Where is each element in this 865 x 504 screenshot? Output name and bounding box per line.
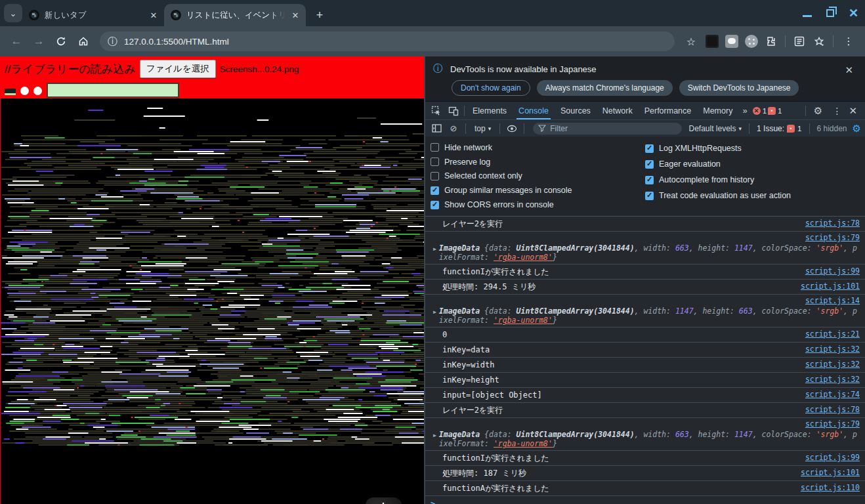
object-preview-token: ImageData bbox=[439, 243, 484, 253]
expand-caret-icon[interactable]: ▶ bbox=[433, 430, 436, 448]
expand-caret-icon[interactable]: ▶ bbox=[433, 306, 436, 325]
devtools-tab-console[interactable]: Console bbox=[513, 102, 555, 119]
device-toolbar-button[interactable] bbox=[445, 104, 462, 117]
browser-tab[interactable]: リストに従い、イベントリス✕ bbox=[164, 4, 306, 26]
glitch-canvas[interactable] bbox=[1, 98, 425, 446]
settings-checkbox-row[interactable]: Selected context only bbox=[431, 169, 645, 184]
extension-blackbox[interactable] bbox=[704, 33, 721, 50]
url-bar[interactable]: ⓘ 127.0.0.1:5500/HTML.html bbox=[100, 32, 675, 51]
progress-input-box[interactable] bbox=[47, 83, 179, 98]
settings-checkbox-row[interactable]: Treat code evaluation as user action bbox=[645, 188, 860, 203]
restore-icon[interactable] bbox=[826, 9, 834, 17]
source-link[interactable]: script.js:79 bbox=[805, 419, 860, 429]
radio-button-1[interactable] bbox=[20, 87, 29, 95]
devtools-menu-button[interactable]: ⋮ bbox=[828, 106, 846, 116]
reading-list-button[interactable] bbox=[791, 33, 808, 50]
settings-checkbox-row[interactable]: Group similar messages in console bbox=[431, 183, 645, 198]
settings-checkbox-row[interactable]: Log XMLHttpRequests bbox=[645, 140, 860, 156]
devtools-settings-button[interactable]: ⚙ bbox=[809, 104, 826, 117]
inspect-element-button[interactable] bbox=[428, 104, 445, 117]
notification-button[interactable]: Always match Chrome's language bbox=[537, 80, 673, 96]
checkbox-unchecked-icon[interactable] bbox=[431, 143, 439, 152]
source-link[interactable]: script.js:78 bbox=[805, 219, 860, 228]
bookmarks-sparkle-button[interactable] bbox=[811, 33, 828, 50]
source-link[interactable]: script.js:74 bbox=[805, 390, 860, 399]
object-preview-token: , colorSpace: bbox=[753, 430, 816, 439]
clear-console-button[interactable]: ⊘ bbox=[446, 123, 461, 135]
checkbox-checked-icon[interactable] bbox=[645, 192, 654, 200]
settings-checkbox-row[interactable]: Autocomplete from history bbox=[645, 172, 860, 188]
browser-menu-button[interactable]: ⋮ bbox=[839, 32, 858, 51]
checkbox-unchecked-icon[interactable] bbox=[431, 172, 439, 180]
console-prompt[interactable]: > bbox=[425, 496, 865, 504]
url-text[interactable]: 127.0.0.1:5500/HTML.html bbox=[124, 37, 229, 47]
expand-caret-icon[interactable]: ▶ bbox=[433, 243, 436, 262]
radio-button-2[interactable] bbox=[33, 87, 42, 95]
browser-toolbar: ← → ⓘ 127.0.0.1:5500/HTML.html ☆ ⋮ bbox=[0, 26, 865, 56]
checkbox-unchecked-icon[interactable] bbox=[431, 158, 439, 166]
settings-checkbox-row[interactable]: Eager evaluation bbox=[645, 156, 860, 172]
checkbox-checked-icon[interactable] bbox=[645, 160, 654, 169]
notification-button[interactable]: Switch DevTools to Japanese bbox=[679, 80, 799, 96]
devtools-tab-network[interactable]: Network bbox=[597, 102, 639, 119]
extension-generic[interactable] bbox=[743, 33, 760, 50]
devtools-tab-performance[interactable]: Performance bbox=[639, 102, 698, 119]
object-preview[interactable]: ImageData {data: Uint8ClampedArray(30418… bbox=[439, 430, 860, 448]
source-link[interactable]: script.js:101 bbox=[801, 468, 860, 477]
context-selector[interactable]: top ▾ bbox=[471, 124, 495, 133]
more-tabs-button[interactable]: » bbox=[738, 106, 751, 116]
settings-checkbox-row[interactable]: Hide network bbox=[431, 140, 645, 155]
close-window-icon[interactable]: ✕ bbox=[849, 6, 858, 20]
minimize-icon[interactable] bbox=[803, 15, 812, 17]
source-link[interactable]: script.js:21 bbox=[805, 329, 860, 339]
new-tab-button[interactable]: + bbox=[311, 7, 328, 24]
devtools-tab-sources[interactable]: Sources bbox=[555, 102, 597, 119]
console-sidebar-toggle[interactable] bbox=[429, 123, 444, 135]
tab-close-icon[interactable]: ✕ bbox=[148, 10, 159, 20]
dotted-circle-ext-icon bbox=[745, 35, 758, 48]
devtools-close-button[interactable]: ✕ bbox=[847, 105, 862, 117]
source-link[interactable]: script.js:32 bbox=[805, 375, 860, 384]
home-button[interactable] bbox=[74, 32, 93, 51]
checkbox-checked-icon[interactable] bbox=[645, 176, 654, 184]
checkbox-checked-icon[interactable] bbox=[431, 201, 439, 209]
site-info-icon[interactable]: ⓘ bbox=[108, 35, 117, 48]
live-expression-button[interactable] bbox=[505, 123, 519, 135]
source-link[interactable]: script.js:78 bbox=[805, 405, 860, 414]
error-badge[interactable]: ✕ 1 bbox=[753, 107, 767, 115]
issues-counter[interactable]: 1 Issue: ▪ 1 bbox=[757, 124, 801, 133]
notification-close-icon[interactable]: ✕ bbox=[845, 64, 853, 76]
source-link[interactable]: script.js:32 bbox=[805, 345, 860, 354]
source-link[interactable]: script.js:99 bbox=[805, 266, 860, 276]
source-link[interactable]: script.js:101 bbox=[801, 282, 860, 291]
settings-checkbox-row[interactable]: Preserve log bbox=[431, 155, 645, 169]
devtools-tab-elements[interactable]: Elements bbox=[467, 102, 513, 119]
checkbox-checked-icon[interactable] bbox=[645, 144, 654, 153]
console-filter-input[interactable]: Filter bbox=[533, 123, 682, 135]
forward-button[interactable]: → bbox=[29, 32, 49, 51]
settings-checkbox-row[interactable]: Show CORS errors in console bbox=[431, 198, 645, 212]
extension-line[interactable] bbox=[723, 33, 740, 50]
log-levels-selector[interactable]: Default levels ▾ bbox=[688, 124, 742, 133]
back-button[interactable]: ← bbox=[7, 32, 26, 51]
file-select-button[interactable]: ファイルを選択 bbox=[140, 60, 216, 78]
source-link[interactable]: script.js:110 bbox=[801, 483, 860, 492]
source-link[interactable]: script.js:79 bbox=[805, 233, 860, 242]
console-settings-button[interactable]: ⚙ bbox=[853, 123, 861, 135]
console-log-row: inKey=widthscript.js:32 bbox=[425, 358, 865, 373]
tab-close-icon[interactable]: ✕ bbox=[290, 10, 301, 20]
browser-tab[interactable]: 新しいタブ✕ bbox=[22, 4, 164, 26]
source-link[interactable]: script.js:32 bbox=[805, 360, 860, 369]
source-link[interactable]: script.js:99 bbox=[805, 453, 860, 462]
notification-button[interactable]: Don't show again bbox=[452, 80, 530, 96]
checkbox-checked-icon[interactable] bbox=[431, 186, 439, 195]
issue-badge[interactable]: ▪ 1 bbox=[768, 107, 782, 115]
object-preview[interactable]: ImageData {data: Uint8ClampedArray(30418… bbox=[439, 243, 860, 262]
devtools-tab-memory[interactable]: Memory bbox=[697, 102, 738, 119]
object-preview[interactable]: ImageData {data: Uint8ClampedArray(30418… bbox=[439, 306, 860, 325]
source-link[interactable]: script.js:14 bbox=[805, 296, 860, 305]
extensions-menu-button[interactable] bbox=[763, 33, 780, 50]
tab-search-button[interactable]: ⌄ bbox=[4, 4, 22, 22]
bookmark-button[interactable]: ☆ bbox=[681, 32, 701, 51]
reload-button[interactable] bbox=[51, 32, 71, 51]
